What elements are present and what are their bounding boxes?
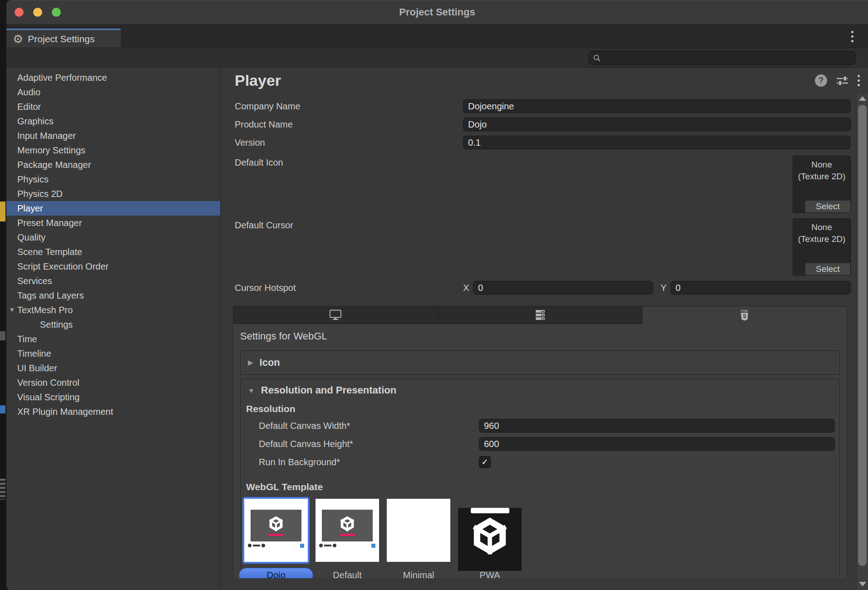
scrollbar-thumb[interactable] bbox=[858, 105, 867, 566]
search-input[interactable] bbox=[604, 53, 851, 63]
company-name-input[interactable] bbox=[463, 99, 851, 113]
cursor-hotspot-label: Cursor Hotspot bbox=[235, 283, 463, 293]
run-in-background-checkbox[interactable]: ✓ bbox=[479, 456, 491, 468]
default-cursor-row: Default Cursor None (Texture 2D) Select bbox=[235, 218, 851, 275]
editor-tab-row: ⚙ Project Settings bbox=[6, 24, 868, 48]
webgl-template-heading: WebGL Template bbox=[246, 482, 835, 492]
resolution-presentation-foldout[interactable]: ▼ Resolution and Presentation bbox=[241, 379, 835, 396]
scroll-up-icon[interactable] bbox=[859, 96, 866, 101]
company-name-row: Company Name bbox=[235, 99, 851, 113]
search-icon bbox=[593, 54, 601, 62]
template-label-pwa: PWA bbox=[480, 570, 500, 578]
settings-category-sidebar: Adaptive Performance Audio Editor Graphi… bbox=[6, 68, 220, 590]
sidebar-item-xr-plugin-management[interactable]: XR Plugin Management bbox=[6, 404, 220, 419]
hotspot-x-input[interactable] bbox=[473, 281, 653, 295]
sidebar-item-adaptive-performance[interactable]: Adaptive Performance bbox=[6, 70, 220, 85]
window-title: Project Settings bbox=[399, 6, 475, 18]
zoom-window-button[interactable] bbox=[52, 8, 61, 17]
sidebar-item-audio[interactable]: Audio bbox=[6, 85, 220, 99]
tab-options-kebab-icon[interactable] bbox=[851, 31, 853, 42]
resolution-presentation-section: ▼ Resolution and Presentation Resolution… bbox=[240, 379, 840, 578]
close-window-button[interactable] bbox=[15, 8, 24, 17]
minimize-window-button[interactable] bbox=[33, 8, 42, 17]
default-icon-label: Default Icon bbox=[235, 156, 463, 213]
unity-logo-icon bbox=[339, 516, 355, 532]
svg-text:HTML: HTML bbox=[741, 310, 749, 312]
player-settings-form: Company Name Product Name Version Defaul… bbox=[221, 93, 856, 590]
unity-logo-icon bbox=[268, 516, 284, 532]
sidebar-item-preset-manager[interactable]: Preset Manager bbox=[6, 216, 220, 230]
default-cursor-select-button[interactable]: Select bbox=[805, 263, 850, 275]
default-cursor-label: Default Cursor bbox=[235, 218, 463, 275]
background-window-fragment bbox=[0, 479, 5, 500]
unity-logo-icon bbox=[470, 516, 510, 556]
cursor-hotspot-row: Cursor Hotspot X Y bbox=[235, 281, 851, 295]
canvas-width-label: Default Canvas Width* bbox=[259, 421, 479, 431]
sidebar-item-ui-builder[interactable]: UI Builder bbox=[6, 361, 220, 375]
foldout-open-icon: ▼ bbox=[248, 387, 255, 394]
sidebar-item-quality[interactable]: Quality bbox=[6, 230, 220, 245]
sidebar-item-tags-and-layers[interactable]: Tags and Layers bbox=[6, 288, 220, 303]
sidebar-item-textmesh-pro[interactable]: ▼TextMesh Pro bbox=[6, 303, 220, 317]
canvas-height-row: Default Canvas Height* bbox=[241, 437, 835, 451]
sidebar-item-version-control[interactable]: Version Control bbox=[6, 375, 220, 390]
platform-tab-desktop[interactable] bbox=[233, 306, 438, 324]
page-title: Player bbox=[235, 72, 815, 89]
sidebar-item-visual-scripting[interactable]: Visual Scripting bbox=[6, 390, 220, 404]
canvas-width-input[interactable] bbox=[479, 419, 835, 433]
sidebar-item-scene-template[interactable]: Scene Template bbox=[6, 245, 220, 259]
sidebar-item-script-execution-order[interactable]: Script Execution Order bbox=[6, 259, 220, 274]
background-window-fragment bbox=[0, 331, 5, 340]
tab-project-settings[interactable]: ⚙ Project Settings bbox=[6, 29, 121, 48]
version-row: Version bbox=[235, 136, 851, 149]
checkmark-icon: ✓ bbox=[481, 457, 488, 467]
sidebar-item-services[interactable]: Services bbox=[6, 274, 220, 288]
sidebar-item-physics[interactable]: Physics bbox=[6, 172, 220, 187]
template-card-default[interactable] bbox=[316, 499, 379, 562]
scroll-down-icon[interactable] bbox=[859, 582, 866, 586]
template-card-minimal[interactable] bbox=[387, 499, 450, 562]
icon-section-foldout[interactable]: ▶ Icon bbox=[240, 350, 840, 375]
sidebar-item-memory-settings[interactable]: Memory Settings bbox=[6, 143, 220, 157]
svg-text:5: 5 bbox=[743, 313, 746, 320]
template-card-pwa[interactable] bbox=[458, 499, 522, 562]
platform-tab-dedicated-server[interactable] bbox=[438, 306, 643, 324]
run-in-background-label: Run In Background* bbox=[259, 457, 479, 467]
default-icon-select-button[interactable]: Select bbox=[805, 200, 850, 212]
sidebar-item-physics-2d[interactable]: Physics 2D bbox=[6, 187, 220, 201]
company-name-label: Company Name bbox=[235, 101, 463, 112]
sidebar-item-player[interactable]: Player bbox=[6, 201, 220, 216]
sidebar-item-textmesh-pro-settings[interactable]: Settings bbox=[6, 317, 220, 332]
template-card-dojo[interactable] bbox=[244, 499, 308, 562]
run-in-background-row: Run In Background* ✓ bbox=[241, 455, 835, 469]
default-cursor-texture-slot[interactable]: None (Texture 2D) Select bbox=[793, 218, 851, 275]
foldout-open-icon[interactable]: ▼ bbox=[9, 303, 15, 317]
template-label-dojo[interactable]: Dojo bbox=[239, 568, 313, 578]
search-field[interactable] bbox=[588, 51, 856, 65]
sidebar-item-input-manager[interactable]: Input Manager bbox=[6, 128, 220, 143]
default-icon-texture-slot[interactable]: None (Texture 2D) Select bbox=[793, 156, 851, 213]
webgl-settings-panel: Settings for WebGL ▶ Icon ▼ Resolution a… bbox=[233, 324, 847, 578]
platform-tab-webgl[interactable]: HTML 5 bbox=[642, 306, 847, 324]
sidebar-item-graphics[interactable]: Graphics bbox=[6, 114, 220, 128]
sidebar-item-timeline[interactable]: Timeline bbox=[6, 346, 220, 361]
sidebar-item-time[interactable]: Time bbox=[6, 332, 220, 346]
sidebar-item-editor[interactable]: Editor bbox=[6, 99, 220, 114]
settings-toolbar bbox=[6, 48, 868, 68]
product-name-row: Product Name bbox=[235, 118, 851, 131]
help-icon[interactable]: ? bbox=[815, 74, 827, 87]
sidebar-item-package-manager[interactable]: Package Manager bbox=[6, 157, 220, 172]
inspector-kebab-icon[interactable] bbox=[858, 75, 860, 86]
product-name-input[interactable] bbox=[463, 118, 851, 131]
version-input[interactable] bbox=[463, 136, 851, 149]
platform-tab-strip: HTML 5 bbox=[233, 306, 847, 324]
gear-icon: ⚙ bbox=[13, 33, 23, 45]
presets-icon[interactable] bbox=[836, 75, 848, 86]
canvas-height-label: Default Canvas Height* bbox=[259, 439, 479, 449]
project-settings-window: Project Settings ⚙ Project Settings Adap… bbox=[6, 0, 868, 590]
vertical-scrollbar[interactable] bbox=[856, 93, 868, 590]
hotspot-x-label: X bbox=[463, 283, 473, 293]
canvas-height-input[interactable] bbox=[479, 437, 835, 451]
product-name-label: Product Name bbox=[235, 119, 463, 130]
hotspot-y-input[interactable] bbox=[671, 281, 851, 295]
